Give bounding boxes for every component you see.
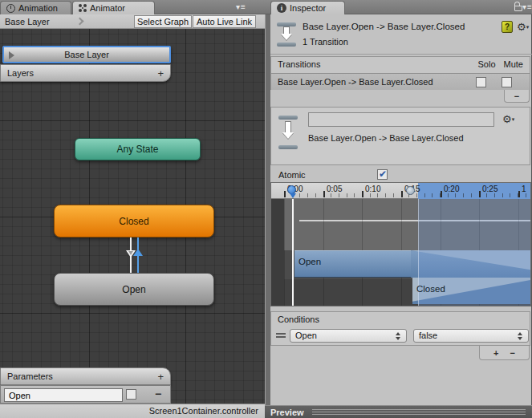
closed-clip-label: Closed xyxy=(416,284,445,294)
layers-header: Layers + xyxy=(0,64,171,82)
auto-live-link-button[interactable]: Auto Live Link xyxy=(193,15,256,28)
layers-title: Layers xyxy=(7,68,34,78)
tab-animation-label: Animation xyxy=(18,3,58,13)
condition-buttons: + − xyxy=(479,346,530,360)
add-layer-button[interactable]: + xyxy=(157,67,164,79)
timeline-left-column xyxy=(271,199,284,306)
transitions-title: Transitions xyxy=(278,57,320,73)
select-graph-button[interactable]: Select Graph xyxy=(134,15,192,28)
ruler-tick-label: 0:20 xyxy=(444,185,459,193)
conditions-header: Conditions xyxy=(271,312,530,328)
ruler-major-tick xyxy=(518,191,520,197)
animator-panel: Base Layer Select Graph Auto Live Link B… xyxy=(0,14,265,418)
ruler-major-tick xyxy=(284,191,286,197)
ruler-tick-label: 0:10 xyxy=(365,185,380,193)
add-condition-button[interactable]: + xyxy=(493,348,498,358)
transition-detail-box: ⚙ Base Layer.Open -> Base Layer.Closed xyxy=(270,107,530,165)
transition-detail-label: Base Layer.Open -> Base Layer.Closed xyxy=(308,133,464,143)
window-tab-strip: Animation Animator ▾≡ i Inspector ▾≡ xyxy=(0,0,532,14)
transition-name-input[interactable] xyxy=(308,112,494,127)
condition-row: Open false xyxy=(271,328,530,346)
ruler-major-tick xyxy=(401,191,403,197)
preview-bar[interactable]: Preview xyxy=(265,405,532,418)
timeline-ruler[interactable]: 0:000:050:100:150:200:251 xyxy=(271,183,530,199)
help-icon[interactable]: ? xyxy=(502,21,513,33)
closed-state-label: Closed xyxy=(119,216,148,227)
ruler-major-tick xyxy=(441,191,442,197)
parameter-bool-checkbox[interactable] xyxy=(126,389,136,400)
remove-transition-button[interactable]: − xyxy=(504,90,530,103)
base-layer-node[interactable]: Base Layer xyxy=(2,46,171,63)
inspector-panel: Base Layer.Open -> Base Layer.Closed 1 T… xyxy=(270,14,532,418)
ruler-major-tick xyxy=(362,191,363,197)
preview-title: Preview xyxy=(265,408,304,417)
animator-toolbar: Base Layer Select Graph Auto Live Link xyxy=(0,14,265,29)
info-icon: i xyxy=(277,3,286,13)
tab-inspector[interactable]: i Inspector xyxy=(270,1,345,14)
inspector-panel-menu-icon[interactable]: ▾≡ xyxy=(522,2,532,11)
lock-icon[interactable] xyxy=(514,6,522,11)
remove-parameter-button[interactable]: − xyxy=(155,388,161,400)
transition-arrow-up-icon xyxy=(133,249,143,256)
controller-name: Screen1Container.controller xyxy=(149,406,258,416)
conditions-title: Conditions xyxy=(278,312,319,328)
state-machine-graph[interactable]: Base Layer Layers + Any State Closed Ope… xyxy=(0,29,265,404)
timeline-gridline xyxy=(284,199,285,306)
atomic-label: Atomic xyxy=(278,170,306,180)
ruler-major-tick xyxy=(323,191,325,197)
mute-checkbox[interactable] xyxy=(502,77,512,87)
ruler-major-tick xyxy=(479,191,481,197)
unity-editor: { "animator": { "tabs": { "animation": "… xyxy=(0,0,532,418)
panel-divider[interactable] xyxy=(265,14,270,418)
mute-column-label: Mute xyxy=(504,57,523,73)
tab-animation[interactable]: Animation xyxy=(0,1,71,14)
transitions-box: Transitions Solo Mute Base Layer.Open ->… xyxy=(270,56,530,90)
transition-detail-icon xyxy=(278,114,298,151)
tab-animator[interactable]: Animator xyxy=(72,1,155,14)
tab-animator-label: Animator xyxy=(90,3,125,13)
transition-list-item[interactable]: Base Layer.Open -> Base Layer.Closed xyxy=(271,73,530,90)
breadcrumb[interactable]: Base Layer xyxy=(0,14,55,29)
clock-icon xyxy=(6,4,15,13)
condition-parameter-value: Open xyxy=(295,331,317,340)
solo-checkbox[interactable] xyxy=(476,77,486,87)
timeline: Open Closed 0:000:050:100:150:200:251 xyxy=(270,182,531,306)
open-clip-label: Open xyxy=(298,257,321,266)
any-state-label: Any State xyxy=(116,144,158,155)
closed-state-node[interactable]: Closed xyxy=(54,205,214,237)
parameter-row: − xyxy=(0,385,171,404)
transition-start-marker-icon[interactable] xyxy=(406,186,415,195)
condition-drag-handle-icon[interactable] xyxy=(276,333,286,335)
remove-condition-button[interactable]: − xyxy=(510,348,515,358)
dropdown-spinner-icon xyxy=(518,332,523,340)
any-state-node[interactable]: Any State xyxy=(75,138,201,160)
condition-value: false xyxy=(419,331,437,340)
atomic-checkbox[interactable] xyxy=(377,169,388,180)
base-layer-node-label: Base Layer xyxy=(64,50,109,59)
open-state-node[interactable]: Open xyxy=(54,273,214,306)
playhead-pin-icon[interactable] xyxy=(287,185,296,194)
parameter-name-input[interactable] xyxy=(4,388,123,402)
parameters-title: Parameters xyxy=(7,371,53,381)
gear-icon[interactable]: ⚙ xyxy=(517,22,529,32)
tab-inspector-label: Inspector xyxy=(290,3,326,13)
animator-panel-menu-icon[interactable]: ▾≡ xyxy=(236,2,246,11)
controller-status-bar: Screen1Container.controller xyxy=(0,404,265,418)
state-machine-icon xyxy=(79,4,87,12)
ruler-tick-label: 0:05 xyxy=(327,185,342,193)
open-state-label: Open xyxy=(122,284,145,295)
transition-gear-icon[interactable]: ⚙ xyxy=(502,114,514,124)
transition-list-item-label: Base Layer.Open -> Base Layer.Closed xyxy=(278,77,433,87)
dropdown-spinner-icon xyxy=(396,332,401,340)
ruler-tick-label: 1 xyxy=(522,185,526,193)
condition-parameter-dropdown[interactable]: Open xyxy=(290,329,407,343)
inspector-title: Base Layer.Open -> Base Layer.Closed xyxy=(303,22,465,31)
preview-drag-handle-icon[interactable] xyxy=(312,409,526,415)
condition-value-dropdown[interactable]: false xyxy=(413,329,529,343)
inspector-header: Base Layer.Open -> Base Layer.Closed 1 T… xyxy=(270,14,532,55)
transition-icon xyxy=(277,22,296,47)
transitions-header: Transitions Solo Mute xyxy=(271,57,530,73)
playhead-line[interactable] xyxy=(292,199,294,306)
add-parameter-button[interactable]: + xyxy=(157,371,164,383)
inspector-subtitle: 1 Transition xyxy=(303,37,348,47)
